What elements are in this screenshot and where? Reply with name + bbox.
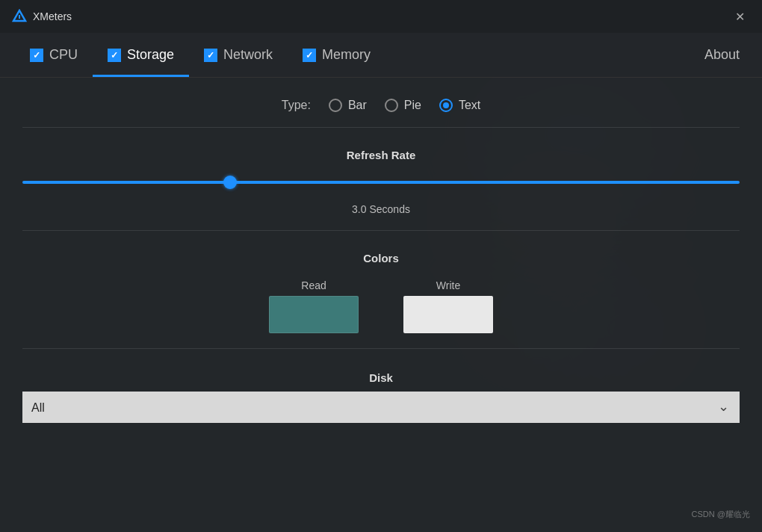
divider-2 (22, 230, 740, 231)
slider-thumb[interactable] (223, 176, 237, 189)
disk-title: Disk (22, 371, 740, 384)
disk-select-wrapper[interactable]: All (22, 392, 740, 423)
read-color-swatch[interactable] (269, 296, 359, 333)
read-label: Read (301, 279, 326, 291)
tab-cpu-label: CPU (49, 47, 78, 63)
app-title: XMeters (33, 10, 72, 22)
tab-memory[interactable]: Memory (288, 33, 385, 77)
tab-network-label: Network (223, 47, 273, 63)
cpu-checkbox[interactable] (30, 49, 43, 62)
write-label: Write (436, 279, 460, 291)
type-row: Type: Bar Pie Text (22, 99, 740, 112)
radio-bar-circle[interactable] (329, 99, 342, 112)
tab-memory-label: Memory (322, 47, 371, 63)
tab-about[interactable]: About (697, 47, 747, 63)
radio-pie[interactable]: Pie (385, 99, 421, 112)
divider-1 (22, 127, 740, 128)
watermark: CSDN @耀临光 (692, 509, 750, 520)
radio-pie-circle[interactable] (385, 99, 398, 112)
tab-cpu[interactable]: CPU (15, 33, 93, 77)
tab-bar: CPU Storage Network Memory About (0, 33, 762, 78)
type-label: Type: (282, 99, 311, 112)
storage-checkbox[interactable] (108, 49, 121, 62)
colors-title: Colors (22, 252, 740, 265)
write-color-swatch[interactable] (403, 296, 493, 333)
tab-storage[interactable]: Storage (93, 33, 189, 77)
disk-select[interactable]: All (22, 392, 740, 423)
network-checkbox[interactable] (204, 49, 217, 62)
refresh-rate-title: Refresh Rate (22, 149, 740, 161)
tab-storage-label: Storage (127, 47, 174, 63)
colors-row: Read Write (269, 279, 493, 333)
content-area: Type: Bar Pie Text Refresh Rate 3.0 Seco… (0, 78, 762, 532)
read-color-item: Read (269, 279, 359, 333)
slider-value: 3.0 Seconds (22, 203, 740, 215)
radio-text-label: Text (459, 99, 480, 112)
slider-track[interactable] (22, 181, 740, 184)
refresh-rate-slider-container (22, 173, 740, 191)
divider-3 (22, 348, 740, 349)
radio-text-circle[interactable] (439, 99, 453, 112)
close-button[interactable]: ✕ (729, 6, 750, 27)
radio-bar-label: Bar (348, 99, 367, 112)
radio-text[interactable]: Text (439, 99, 480, 112)
write-color-item: Write (403, 279, 493, 333)
radio-pie-label: Pie (404, 99, 421, 112)
memory-checkbox[interactable] (303, 49, 316, 62)
title-bar: XMeters ✕ (0, 0, 762, 33)
app-icon (12, 9, 27, 24)
radio-bar[interactable]: Bar (329, 99, 367, 112)
disk-section: Disk All (22, 371, 740, 423)
tab-network[interactable]: Network (189, 33, 288, 77)
